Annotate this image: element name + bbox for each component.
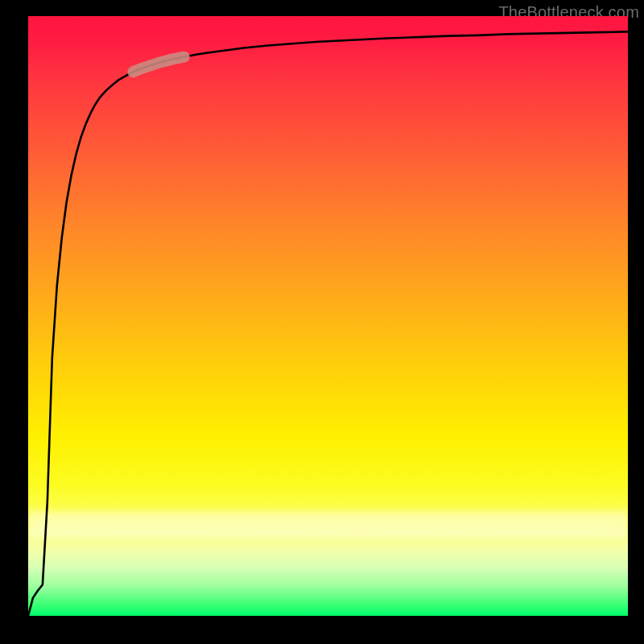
curve-highlight-segment [133,57,184,72]
bottleneck-curve [28,31,628,616]
curve-layer [28,16,628,616]
chart-frame: TheBottleneck.com [0,0,644,644]
plot-area [28,16,628,616]
